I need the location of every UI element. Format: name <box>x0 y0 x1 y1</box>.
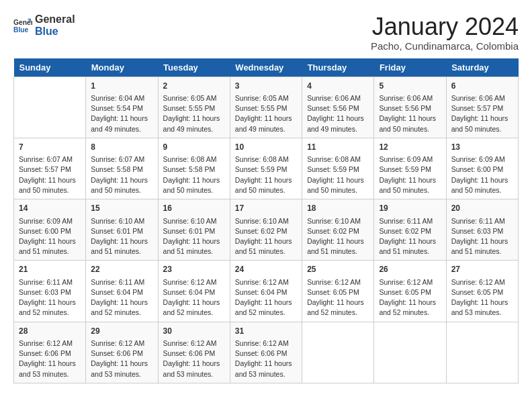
header-cell-thursday: Thursday <box>302 58 374 77</box>
day-number: 24 <box>235 264 297 275</box>
day-cell: 1Sunrise: 6:04 AMSunset: 5:54 PMDaylight… <box>86 77 158 138</box>
day-number: 9 <box>163 142 225 153</box>
day-cell: 4Sunrise: 6:06 AMSunset: 5:56 PMDaylight… <box>302 77 374 138</box>
day-info: Sunrise: 6:07 AMSunset: 5:57 PMDaylight:… <box>19 154 81 195</box>
logo-blue: Blue <box>35 26 75 38</box>
day-cell: 18Sunrise: 6:10 AMSunset: 6:02 PMDayligh… <box>302 199 374 261</box>
day-cell: 19Sunrise: 6:11 AMSunset: 6:02 PMDayligh… <box>374 199 446 261</box>
day-number: 16 <box>163 203 225 214</box>
day-cell <box>302 322 374 383</box>
day-number: 10 <box>235 142 297 153</box>
day-number: 5 <box>379 81 441 92</box>
day-info: Sunrise: 6:10 AMSunset: 6:01 PMDaylight:… <box>91 216 152 257</box>
day-info: Sunrise: 6:04 AMSunset: 5:54 PMDaylight:… <box>91 93 152 134</box>
day-cell: 24Sunrise: 6:12 AMSunset: 6:04 PMDayligh… <box>230 261 302 322</box>
day-cell: 9Sunrise: 6:08 AMSunset: 5:58 PMDaylight… <box>158 138 230 199</box>
day-number: 15 <box>91 203 152 214</box>
day-info: Sunrise: 6:12 AMSunset: 6:06 PMDaylight:… <box>19 338 81 379</box>
day-number: 21 <box>19 264 81 275</box>
day-cell: 11Sunrise: 6:08 AMSunset: 5:59 PMDayligh… <box>302 138 374 199</box>
day-cell: 10Sunrise: 6:08 AMSunset: 5:59 PMDayligh… <box>230 138 302 199</box>
day-number: 7 <box>19 142 81 153</box>
day-cell: 3Sunrise: 6:05 AMSunset: 5:55 PMDaylight… <box>230 77 302 138</box>
page-header: General Blue General Blue January 2024 P… <box>13 13 519 52</box>
week-row-2: 7Sunrise: 6:07 AMSunset: 5:57 PMDaylight… <box>14 138 519 199</box>
day-info: Sunrise: 6:09 AMSunset: 5:59 PMDaylight:… <box>379 154 441 195</box>
day-number: 19 <box>379 203 441 214</box>
day-info: Sunrise: 6:06 AMSunset: 5:56 PMDaylight:… <box>307 93 369 134</box>
day-info: Sunrise: 6:09 AMSunset: 6:00 PMDaylight:… <box>451 154 513 195</box>
day-info: Sunrise: 6:08 AMSunset: 5:58 PMDaylight:… <box>163 154 225 195</box>
day-info: Sunrise: 6:12 AMSunset: 6:04 PMDaylight:… <box>163 277 225 318</box>
day-info: Sunrise: 6:12 AMSunset: 6:04 PMDaylight:… <box>235 277 297 318</box>
day-cell: 20Sunrise: 6:11 AMSunset: 6:03 PMDayligh… <box>446 199 518 261</box>
logo: General Blue General Blue <box>13 13 75 37</box>
day-cell: 8Sunrise: 6:07 AMSunset: 5:58 PMDaylight… <box>86 138 158 199</box>
day-cell: 25Sunrise: 6:12 AMSunset: 6:05 PMDayligh… <box>302 261 374 322</box>
day-number: 23 <box>163 264 225 275</box>
day-cell: 28Sunrise: 6:12 AMSunset: 6:06 PMDayligh… <box>14 322 86 383</box>
day-info: Sunrise: 6:11 AMSunset: 6:03 PMDaylight:… <box>19 277 81 318</box>
day-number: 11 <box>307 142 369 153</box>
day-cell <box>14 77 86 138</box>
day-info: Sunrise: 6:11 AMSunset: 6:04 PMDaylight:… <box>91 277 152 318</box>
day-cell <box>374 322 446 383</box>
day-number: 22 <box>91 264 152 275</box>
day-cell <box>446 322 518 383</box>
header-cell-friday: Friday <box>374 58 446 77</box>
day-cell: 16Sunrise: 6:10 AMSunset: 6:01 PMDayligh… <box>158 199 230 261</box>
day-cell: 2Sunrise: 6:05 AMSunset: 5:55 PMDaylight… <box>158 77 230 138</box>
day-info: Sunrise: 6:12 AMSunset: 6:06 PMDaylight:… <box>235 338 297 379</box>
day-number: 12 <box>379 142 441 153</box>
day-info: Sunrise: 6:10 AMSunset: 6:02 PMDaylight:… <box>307 216 369 257</box>
subtitle: Pacho, Cundinamarca, Colombia <box>371 40 519 52</box>
day-info: Sunrise: 6:08 AMSunset: 5:59 PMDaylight:… <box>235 154 297 195</box>
day-number: 30 <box>163 326 225 337</box>
day-info: Sunrise: 6:05 AMSunset: 5:55 PMDaylight:… <box>163 93 225 134</box>
main-title: January 2024 <box>371 13 519 40</box>
day-number: 28 <box>19 326 81 337</box>
day-number: 20 <box>451 203 513 214</box>
day-cell: 27Sunrise: 6:12 AMSunset: 6:05 PMDayligh… <box>446 261 518 322</box>
calendar-table: SundayMondayTuesdayWednesdayThursdayFrid… <box>13 58 519 383</box>
day-info: Sunrise: 6:05 AMSunset: 5:55 PMDaylight:… <box>235 93 297 134</box>
header-cell-saturday: Saturday <box>446 58 518 77</box>
day-cell: 13Sunrise: 6:09 AMSunset: 6:00 PMDayligh… <box>446 138 518 199</box>
day-info: Sunrise: 6:11 AMSunset: 6:02 PMDaylight:… <box>379 216 441 257</box>
day-number: 13 <box>451 142 513 153</box>
day-cell: 31Sunrise: 6:12 AMSunset: 6:06 PMDayligh… <box>230 322 302 383</box>
day-info: Sunrise: 6:07 AMSunset: 5:58 PMDaylight:… <box>91 154 152 195</box>
day-cell: 17Sunrise: 6:10 AMSunset: 6:02 PMDayligh… <box>230 199 302 261</box>
day-number: 8 <box>91 142 152 153</box>
day-number: 29 <box>91 326 152 337</box>
day-cell: 15Sunrise: 6:10 AMSunset: 6:01 PMDayligh… <box>86 199 158 261</box>
week-row-3: 14Sunrise: 6:09 AMSunset: 6:00 PMDayligh… <box>14 199 519 261</box>
day-number: 17 <box>235 203 297 214</box>
day-cell: 30Sunrise: 6:12 AMSunset: 6:06 PMDayligh… <box>158 322 230 383</box>
day-number: 14 <box>19 203 81 214</box>
header-cell-monday: Monday <box>86 58 158 77</box>
header-cell-tuesday: Tuesday <box>158 58 230 77</box>
day-info: Sunrise: 6:12 AMSunset: 6:05 PMDaylight:… <box>379 277 441 318</box>
day-cell: 14Sunrise: 6:09 AMSunset: 6:00 PMDayligh… <box>14 199 86 261</box>
day-info: Sunrise: 6:10 AMSunset: 6:01 PMDaylight:… <box>163 216 225 257</box>
week-row-1: 1Sunrise: 6:04 AMSunset: 5:54 PMDaylight… <box>14 77 519 138</box>
week-row-4: 21Sunrise: 6:11 AMSunset: 6:03 PMDayligh… <box>14 261 519 322</box>
day-info: Sunrise: 6:10 AMSunset: 6:02 PMDaylight:… <box>235 216 297 257</box>
day-cell: 29Sunrise: 6:12 AMSunset: 6:06 PMDayligh… <box>86 322 158 383</box>
day-info: Sunrise: 6:08 AMSunset: 5:59 PMDaylight:… <box>307 154 369 195</box>
day-info: Sunrise: 6:12 AMSunset: 6:06 PMDaylight:… <box>163 338 225 379</box>
day-number: 3 <box>235 81 297 92</box>
day-cell: 23Sunrise: 6:12 AMSunset: 6:04 PMDayligh… <box>158 261 230 322</box>
day-info: Sunrise: 6:12 AMSunset: 6:05 PMDaylight:… <box>451 277 513 318</box>
day-cell: 26Sunrise: 6:12 AMSunset: 6:05 PMDayligh… <box>374 261 446 322</box>
calendar-header-row: SundayMondayTuesdayWednesdayThursdayFrid… <box>14 58 519 77</box>
day-number: 1 <box>91 81 152 92</box>
day-cell: 22Sunrise: 6:11 AMSunset: 6:04 PMDayligh… <box>86 261 158 322</box>
day-number: 26 <box>379 264 441 275</box>
day-number: 27 <box>451 264 513 275</box>
week-row-5: 28Sunrise: 6:12 AMSunset: 6:06 PMDayligh… <box>14 322 519 383</box>
svg-text:Blue: Blue <box>13 26 29 34</box>
logo-general: General <box>35 13 75 26</box>
logo-icon: General Blue <box>13 16 32 35</box>
